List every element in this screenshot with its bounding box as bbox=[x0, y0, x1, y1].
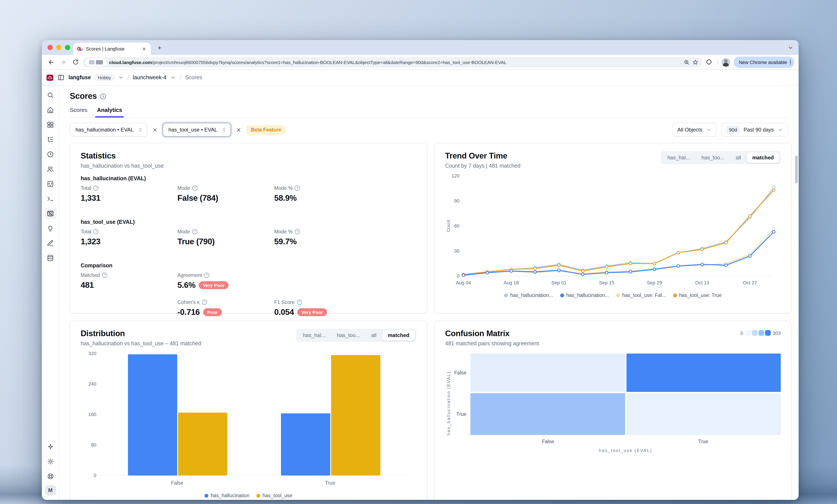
confusion-row-label: True bbox=[452, 393, 470, 435]
close-window-button[interactable] bbox=[48, 45, 53, 50]
sidebar-item-evals[interactable] bbox=[44, 223, 56, 234]
sidebar-item-tracing[interactable] bbox=[44, 134, 56, 146]
confusion-cell-true-true[interactable] bbox=[626, 393, 781, 435]
users-icon bbox=[47, 166, 54, 173]
sidebar-item-users[interactable] bbox=[44, 163, 56, 175]
sidebar-item-sessions[interactable] bbox=[44, 148, 56, 160]
sidebar-toggle-icon[interactable] bbox=[57, 74, 65, 81]
tab-analytics[interactable]: Analytics bbox=[97, 107, 122, 117]
address-bar[interactable]: cloud.langfuse.com/project/cmhnuoj660007… bbox=[83, 57, 702, 67]
sidebar-item-support[interactable] bbox=[44, 470, 56, 482]
distribution-tab-hashal[interactable]: has_hal... bbox=[297, 330, 331, 340]
sidebar-item-datasets[interactable] bbox=[44, 252, 56, 264]
distribution-bar-chart[interactable]: 080160240320FalseTrue bbox=[81, 348, 416, 488]
distribution-tab-matched[interactable]: matched bbox=[382, 330, 415, 340]
confusion-col-label: False bbox=[470, 439, 626, 444]
score1-select[interactable]: has_hallucination • EVAL bbox=[70, 123, 147, 137]
new-tab-button[interactable]: + bbox=[156, 44, 163, 51]
rating-badge: Poor bbox=[203, 308, 222, 316]
trend-tab-all[interactable]: all bbox=[730, 152, 747, 163]
chevron-down-icon bbox=[707, 127, 712, 132]
annotation-icon bbox=[47, 240, 54, 247]
score2-select[interactable]: has_tool_use • EVAL bbox=[163, 123, 231, 137]
browser-menu-icon[interactable] bbox=[790, 60, 791, 65]
breadcrumb-workspace[interactable]: langfuse bbox=[68, 74, 91, 80]
svg-text:Aug 04: Aug 04 bbox=[456, 280, 471, 285]
sidebar-item-scores[interactable] bbox=[44, 208, 56, 220]
scale-swatch bbox=[765, 330, 770, 336]
breadcrumb-page[interactable]: Scores bbox=[185, 74, 202, 80]
minimize-window-button[interactable] bbox=[56, 45, 61, 50]
sidebar-item-playground[interactable] bbox=[44, 193, 56, 205]
page-tabs: ScoresAnalytics bbox=[70, 107, 788, 117]
updown-chevrons-icon bbox=[222, 127, 227, 132]
chrome-update-pill[interactable]: New Chrome available bbox=[734, 56, 794, 68]
help-icon[interactable]: ? bbox=[202, 300, 207, 305]
rating-badge: Very Poor bbox=[199, 281, 229, 289]
trend-tab-hashal[interactable]: has_hal... bbox=[662, 152, 696, 163]
lightbulb-icon bbox=[47, 225, 54, 232]
sidebar-item-search[interactable] bbox=[44, 89, 56, 101]
tab-scores[interactable]: Scores bbox=[70, 107, 87, 117]
score1-label: has_hallucination • EVAL bbox=[75, 127, 133, 133]
help-icon[interactable]: ? bbox=[204, 273, 210, 278]
reload-icon[interactable] bbox=[71, 57, 80, 67]
app-header: langfuse Hobby / launchweek-4 / Scores bbox=[42, 70, 799, 86]
trend-tab-matched[interactable]: matched bbox=[747, 152, 780, 163]
score2-remove-icon[interactable] bbox=[235, 126, 243, 133]
trend-tab-hastoo[interactable]: has_too... bbox=[696, 152, 730, 163]
sidebar-item-annotation[interactable] bbox=[44, 237, 56, 249]
confusion-title: Confusion Matrix bbox=[445, 329, 539, 338]
extensions-puzzle-icon[interactable] bbox=[705, 57, 714, 67]
trend-line-chart[interactable]: 0306090120CountAug 04Aug 18Sep 01Sep 15S… bbox=[445, 171, 781, 288]
help-icon[interactable]: ? bbox=[192, 186, 197, 191]
help-icon[interactable]: ? bbox=[295, 229, 300, 234]
help-icon[interactable]: ? bbox=[93, 229, 99, 234]
sidebar-item-upgrade[interactable] bbox=[44, 441, 56, 452]
help-icon[interactable]: ? bbox=[192, 229, 197, 234]
back-icon[interactable] bbox=[46, 57, 56, 67]
stat-mode: Mode?False (784) bbox=[177, 186, 218, 203]
scale-max-label: 303 bbox=[773, 330, 781, 336]
browser-profile-avatar[interactable] bbox=[722, 58, 730, 67]
workspace-chevron-icon[interactable] bbox=[118, 75, 123, 80]
help-icon[interactable]: ? bbox=[295, 186, 300, 191]
site-info-chip[interactable] bbox=[86, 58, 106, 66]
help-icon[interactable]: ? bbox=[102, 273, 107, 278]
help-icon[interactable]: ? bbox=[297, 300, 302, 305]
sidebar-item-home[interactable] bbox=[44, 104, 56, 116]
confusion-cell-false-false[interactable] bbox=[470, 354, 625, 392]
confusion-x-axis-label: has_tool_use (EVAL) bbox=[470, 448, 781, 453]
sidebar-item-dashboards[interactable] bbox=[44, 119, 56, 131]
browser-tab[interactable]: Scores | Langfuse bbox=[73, 43, 151, 55]
page-info-icon[interactable]: i bbox=[100, 93, 106, 99]
zoom-page-icon[interactable] bbox=[683, 59, 690, 65]
statistics-panel: Statistics has_hallucination vs has_tool… bbox=[70, 143, 427, 314]
forward-icon[interactable] bbox=[58, 57, 68, 67]
object-type-label: All Objects bbox=[677, 127, 702, 133]
sidebar-item-prompts[interactable] bbox=[44, 178, 56, 190]
breadcrumb-project[interactable]: launchweek-4 bbox=[133, 74, 166, 80]
user-avatar[interactable]: M bbox=[45, 485, 56, 496]
object-type-select[interactable]: All Objects bbox=[672, 123, 717, 137]
score1-remove-icon[interactable] bbox=[152, 126, 159, 133]
svg-text:60: 60 bbox=[454, 223, 460, 229]
help-icon[interactable]: ? bbox=[93, 186, 99, 191]
sidebar-item-settings[interactable] bbox=[44, 455, 56, 467]
date-range-select[interactable]: 90d Past 90 days bbox=[721, 123, 788, 137]
bookmark-star-icon[interactable] bbox=[692, 59, 698, 65]
distribution-tab-all[interactable]: all bbox=[366, 330, 382, 340]
confusion-cell-true-false[interactable] bbox=[470, 393, 625, 435]
legend-item: has_hallucination... bbox=[560, 293, 609, 298]
rating-badge: Very Poor bbox=[298, 308, 327, 316]
project-chevron-icon[interactable] bbox=[171, 75, 176, 80]
distribution-tab-hastoo[interactable]: has_too... bbox=[331, 330, 366, 340]
langfuse-logo[interactable] bbox=[46, 74, 54, 81]
tab-close-icon[interactable] bbox=[140, 45, 147, 52]
confusion-cell-false-true[interactable] bbox=[626, 354, 781, 392]
stat-matched: Matched?481 bbox=[81, 273, 107, 290]
tab-search-icon[interactable] bbox=[786, 43, 794, 51]
zoom-window-button[interactable] bbox=[65, 45, 70, 50]
svg-text:320: 320 bbox=[88, 351, 96, 356]
scrollbar-thumb[interactable] bbox=[795, 155, 798, 183]
